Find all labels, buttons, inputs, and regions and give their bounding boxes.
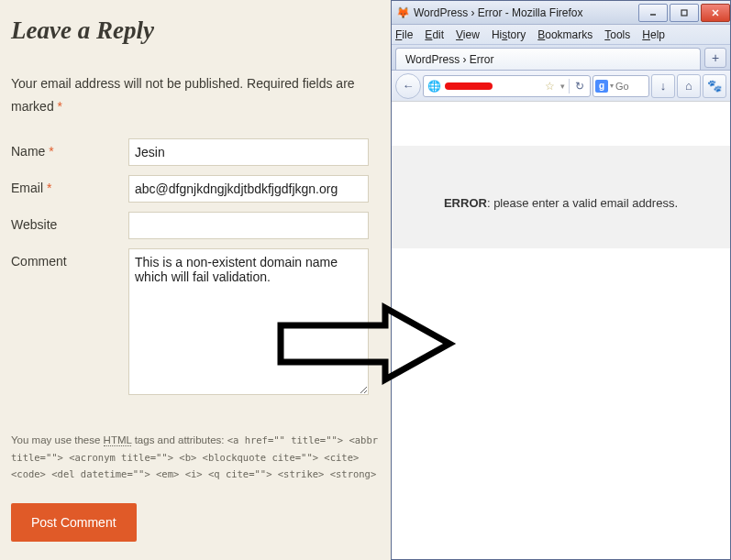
website-row: Website (11, 212, 380, 239)
comment-form-panel: Leave a Reply Your email address will no… (0, 0, 391, 560)
nav-toolbar: ← 🌐 ☆ ▾ ↻ g ▾ ↓ ⌂ 🐾 (392, 71, 730, 102)
window-controls (637, 4, 730, 22)
menu-help[interactable]: Help (642, 28, 665, 41)
tags-note-prefix: You may use these (11, 434, 104, 445)
maximize-button[interactable] (670, 4, 699, 22)
bookmark-star-icon[interactable]: ☆ (543, 80, 557, 93)
svg-rect-1 (681, 10, 687, 16)
browser-viewport: ERROR: please enter a valid email addres… (392, 102, 730, 559)
html-abbr: HTML (104, 434, 132, 446)
required-asterisk: * (49, 144, 53, 159)
post-comment-button[interactable]: Post Comment (11, 503, 137, 542)
browser-tab[interactable]: WordPress › Error (395, 48, 701, 70)
back-button[interactable]: ← (395, 73, 421, 99)
globe-icon: 🌐 (426, 80, 443, 93)
comment-row: Comment (11, 248, 380, 395)
error-message: ERROR: please enter a valid email addres… (392, 196, 730, 210)
name-input[interactable] (128, 138, 369, 166)
home-button[interactable]: ⌂ (677, 74, 701, 98)
tab-title: WordPress › Error (405, 53, 493, 66)
name-label-text: Name (11, 144, 49, 159)
search-engine-dropdown[interactable]: ▾ (610, 82, 614, 90)
menu-bar: File Edit View History Bookmarks Tools H… (392, 25, 730, 45)
form-note-text: Your email address will not be published… (11, 76, 355, 114)
menu-edit[interactable]: Edit (425, 28, 444, 41)
menu-view[interactable]: View (456, 28, 480, 41)
form-title: Leave a Reply (11, 16, 380, 45)
developer-button[interactable]: 🐾 (703, 74, 726, 98)
required-asterisk: * (47, 181, 51, 195)
url-dropdown-icon[interactable]: ▾ (559, 82, 567, 91)
firefox-icon: 🦊 (395, 5, 410, 20)
close-button[interactable] (701, 4, 730, 22)
menu-history[interactable]: History (492, 28, 526, 41)
tab-strip: WordPress › Error + (392, 45, 730, 71)
name-row: Name * (11, 138, 380, 166)
name-label: Name * (11, 138, 128, 159)
separator (569, 79, 570, 93)
firefox-window: 🦊 WordPress › Error - Mozilla Firefox Fi… (391, 0, 731, 560)
tags-note-mid: tags and attributes: (131, 434, 227, 445)
email-label: Email * (11, 175, 128, 195)
menu-bookmarks[interactable]: Bookmarks (537, 28, 593, 41)
error-label: ERROR (444, 196, 487, 210)
form-note: Your email address will not be published… (11, 72, 380, 118)
search-input[interactable] (615, 81, 643, 92)
website-label: Website (11, 212, 128, 232)
url-redacted (445, 82, 493, 90)
downloads-button[interactable]: ↓ (651, 74, 675, 98)
url-bar[interactable]: 🌐 ☆ ▾ ↻ (423, 75, 591, 97)
comment-textarea[interactable] (128, 248, 369, 395)
minimize-button[interactable] (638, 4, 668, 22)
window-title: WordPress › Error - Mozilla Firefox (414, 6, 637, 19)
email-input[interactable] (128, 175, 369, 203)
search-box[interactable]: g ▾ (593, 75, 649, 97)
google-icon: g (595, 80, 608, 93)
reload-button[interactable]: ↻ (571, 80, 588, 93)
comment-label: Comment (11, 248, 128, 269)
website-input[interactable] (128, 212, 369, 239)
menu-tools[interactable]: Tools (604, 28, 630, 41)
email-label-text: Email (11, 181, 47, 195)
error-text: : please enter a valid email address. (487, 196, 678, 210)
menu-file[interactable]: File (395, 28, 413, 41)
required-asterisk: * (58, 99, 62, 114)
window-titlebar[interactable]: 🦊 WordPress › Error - Mozilla Firefox (392, 1, 730, 25)
new-tab-button[interactable]: + (704, 48, 726, 68)
allowed-tags-note: You may use these HTML tags and attribut… (11, 432, 380, 482)
email-row: Email * (11, 175, 380, 203)
